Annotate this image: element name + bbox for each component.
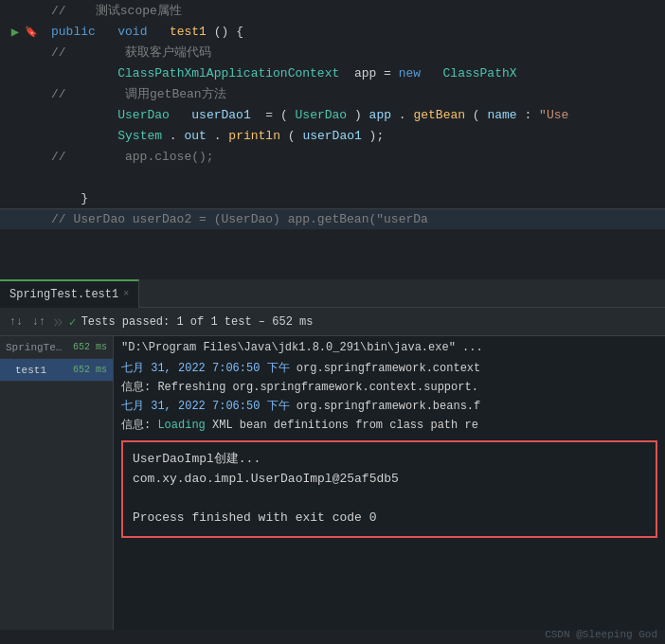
run-arrow-icon[interactable]: ▶	[8, 24, 23, 39]
test-output: "D:\Program Files\Java\jdk1.8.0_291\bin\…	[114, 336, 665, 630]
line-content-7: System . out . println ( userDao1 );	[47, 129, 665, 143]
test-tree: SpringTe… 652 ms test1 652 ms	[0, 336, 114, 630]
line-content-11: // UserDao userDao2 = (UserDao) app.getB…	[47, 212, 665, 226]
result-line-3	[133, 490, 646, 510]
test-badge-test1: 652 ms	[73, 365, 107, 375]
result-box: UserDaoImpl创建... com.xy.dao.impl.UserDao…	[121, 440, 657, 538]
tab-close-icon[interactable]: ×	[123, 289, 129, 299]
result-line-2: com.xy.dao.impl.UserDaoImpl@25af5db5	[133, 470, 646, 490]
test-tree-item-springte[interactable]: SpringTe… 652 ms	[0, 336, 113, 359]
checkmark-icon: ✓	[69, 314, 77, 330]
line-content-4: ClassPathXmlApplicationContext app = new…	[47, 66, 665, 80]
line-content-3: // 获取客户端代码	[47, 44, 665, 61]
test-tree-label-test1: test1	[15, 365, 46, 376]
line-content-10: }	[47, 191, 665, 206]
test-status: ✓ Tests passed: 1 of 1 test – 652 ms	[69, 314, 314, 330]
code-line-5: // 调用getBean方法	[0, 83, 665, 104]
line-content-5: // 调用getBean方法	[47, 85, 665, 102]
sort-desc-button[interactable]: ↓↑	[30, 313, 47, 331]
result-line-1: UserDaoImpl创建...	[133, 450, 646, 470]
test-tree-item-test1[interactable]: test1 652 ms	[0, 359, 113, 382]
output-line-3: 信息: Refreshing org.springframework.conte…	[114, 378, 665, 397]
active-tab[interactable]: SpringTest.test1 ×	[0, 279, 139, 308]
code-line-10: }	[0, 188, 665, 208]
output-text-3: 信息: Refreshing org.springframework.conte…	[121, 379, 478, 395]
code-line-9	[0, 167, 665, 188]
sort-desc-icon: ↓↑	[32, 315, 45, 329]
bookmark-icon: 🔖	[25, 26, 38, 38]
output-text-5: 信息: Loading XML bean definitions from cl…	[121, 417, 478, 433]
test-panel: SpringTe… 652 ms test1 652 ms "D:\Progra…	[0, 336, 665, 630]
output-text-2: 七月 31, 2022 7:06:50 下午 org.springframewo…	[121, 360, 480, 376]
test-status-text: Tests passed: 1 of 1 test – 652 ms	[81, 315, 314, 329]
line-content-8: // app.close();	[47, 150, 665, 164]
output-text-1: "D:\Program Files\Java\jdk1.8.0_291\bin\…	[121, 341, 483, 354]
output-line-1: "D:\Program Files\Java\jdk1.8.0_291\bin\…	[114, 340, 665, 359]
code-line-8: // app.close();	[0, 146, 665, 167]
code-line-3: // 获取客户端代码	[0, 42, 665, 63]
test-toolbar: ↑↓ ↓↑ » ✓ Tests passed: 1 of 1 test – 65…	[0, 308, 665, 336]
watermark-text: CSDN @Sleeping God	[545, 629, 657, 640]
line-content-9	[47, 170, 665, 185]
output-text-4: 七月 31, 2022 7:06:50 下午 org.springframewo…	[121, 398, 480, 414]
code-line-11: // UserDao userDao2 = (UserDao) app.getB…	[0, 208, 665, 229]
output-line-5: 信息: Loading XML bean definitions from cl…	[114, 416, 665, 435]
sort-asc-icon: ↑↓	[9, 315, 23, 329]
line-content-6: UserDao userDao1 = ( UserDao ) app . get…	[47, 108, 665, 122]
code-line-2: ▶ 🔖 public void test1 () {	[0, 21, 665, 42]
line-gutter-2: ▶ 🔖	[0, 24, 47, 39]
code-line-1: // 测试scope属性	[0, 0, 665, 21]
code-line-4: ClassPathXmlApplicationContext app = new…	[0, 63, 665, 83]
line-content-1: // 测试scope属性	[47, 2, 665, 19]
code-line-6: UserDao userDao1 = ( UserDao ) app . get…	[0, 104, 665, 125]
code-line-7: System . out . println ( userDao1 );	[0, 125, 665, 146]
sort-asc-button[interactable]: ↑↓	[8, 313, 25, 331]
code-editor: // 测试scope属性 ▶ 🔖 public void test1 () { …	[0, 0, 665, 279]
output-line-4: 七月 31, 2022 7:06:50 下午 org.springframewo…	[114, 397, 665, 416]
line-content-2: public void test1 () {	[47, 25, 665, 39]
output-line-2: 七月 31, 2022 7:06:50 下午 org.springframewo…	[114, 359, 665, 378]
watermark: CSDN @Sleeping God	[545, 629, 657, 640]
result-line-4: Process finished with exit code 0	[133, 509, 646, 528]
test-tree-label-springte: SpringTe…	[6, 342, 62, 353]
gutter-icons-2: ▶ 🔖	[8, 24, 38, 39]
tab-label: SpringTest.test1	[9, 288, 118, 301]
test-badge-springte: 652 ms	[73, 342, 107, 352]
toolbar-separator: »	[53, 313, 63, 331]
tab-bar: SpringTest.test1 ×	[0, 279, 665, 308]
